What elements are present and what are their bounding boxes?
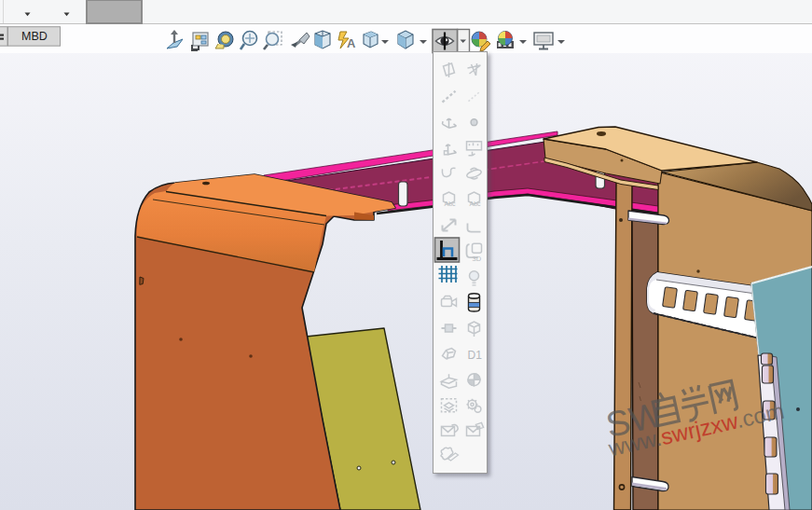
svg-text:D1: D1 [468, 349, 483, 362]
svg-text:3D: 3D [473, 255, 482, 263]
svg-text:Abc: Abc [470, 200, 482, 207]
svg-text:Abc: Abc [445, 200, 457, 207]
svg-text:A: A [347, 36, 356, 50]
